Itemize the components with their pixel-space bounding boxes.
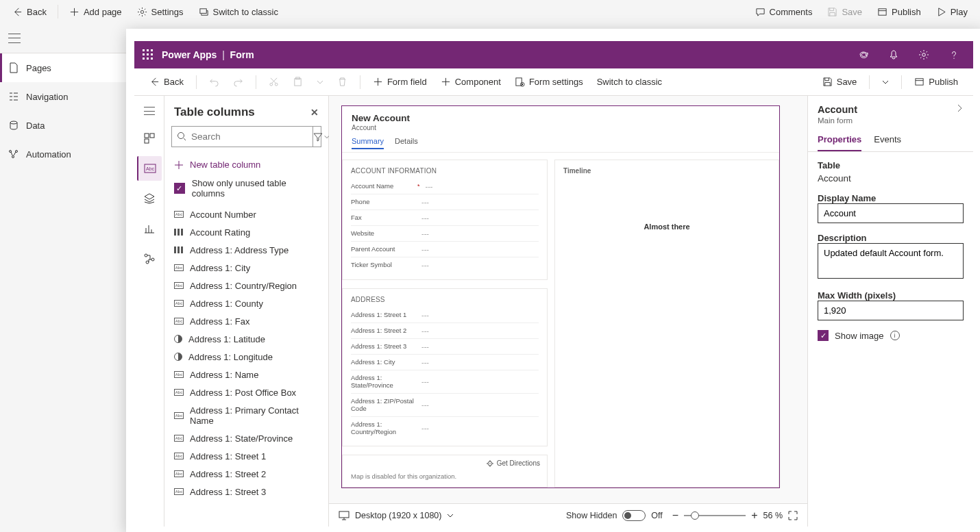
comments-button[interactable]: Comments (748, 4, 820, 20)
column-item[interactable]: AbcAddress 1: Name (164, 366, 328, 383)
column-item[interactable]: AbcAccount Number (164, 205, 328, 223)
settings-button[interactable]: Settings (130, 4, 191, 20)
column-item[interactable]: AbcAddress 1: City (164, 259, 328, 277)
display-name-input[interactable] (818, 203, 964, 223)
redo-button[interactable] (229, 74, 247, 90)
nav-navigation[interactable]: Navigation (0, 82, 126, 111)
form-field[interactable]: Account Name*--- (351, 179, 539, 194)
form-field[interactable]: Address 1: Street 3--- (351, 339, 539, 355)
properties-header: Account Main form (808, 96, 973, 130)
editor-back-button[interactable]: Back (145, 74, 188, 90)
form-field[interactable]: Address 1: Street 1--- (351, 307, 539, 323)
info-icon[interactable]: i (890, 331, 900, 340)
show-image-checkbox[interactable]: ✓ Show image i (818, 330, 964, 341)
tab-events[interactable]: Events (874, 130, 901, 151)
get-directions-button[interactable]: Get Directions (343, 458, 547, 468)
component-button[interactable]: Component (437, 74, 505, 90)
zoom-slider[interactable] (684, 515, 746, 516)
form-field[interactable]: Parent Account--- (351, 242, 539, 257)
settings-gear-icon[interactable] (913, 49, 935, 60)
section-account-info[interactable]: ACCOUNT INFORMATION Account Name*---Phon… (342, 160, 548, 280)
savings-icon[interactable] (853, 49, 874, 61)
form-field[interactable]: Address 1: ZIP/Postal Code--- (351, 394, 539, 417)
column-item[interactable]: Address 1: Address Type (164, 241, 328, 259)
form-field[interactable]: Address 1: Street 2--- (351, 323, 539, 339)
rail-hamburger[interactable] (144, 99, 155, 123)
form-field[interactable]: Fax--- (351, 210, 539, 226)
rail-business-rules[interactable] (137, 246, 162, 271)
form-field-button[interactable]: Form field (369, 74, 431, 90)
viewport-picker[interactable]: Desktop (1920 x 1080) (339, 511, 454, 520)
column-item[interactable]: Address 1: Longitude (164, 348, 328, 366)
zoom-out-button[interactable]: − (672, 509, 678, 522)
new-table-column-button[interactable]: New table column (171, 155, 321, 174)
column-item[interactable]: AbcAddress 1: Country/Region (164, 277, 328, 294)
zoom-in-button[interactable]: + (751, 509, 757, 522)
column-item[interactable]: AbcAddress 1: Street 1 (164, 447, 328, 465)
column-item[interactable]: AbcAddress 1: County (164, 294, 328, 312)
form-field[interactable]: Website--- (351, 226, 539, 242)
nav-pages[interactable]: Pages (0, 53, 126, 82)
show-only-unused-checkbox[interactable]: ✓ Show only unused table columns (171, 174, 321, 203)
description-textarea[interactable] (818, 243, 964, 279)
column-item[interactable]: AbcAddress 1: Fax (164, 312, 328, 330)
rail-table-columns[interactable]: Abc (137, 156, 162, 181)
tab-properties[interactable]: Properties (818, 130, 861, 151)
hamburger-icon[interactable] (8, 34, 21, 43)
form-field[interactable]: Address 1: State/Province--- (351, 370, 539, 394)
undo-button[interactable] (205, 74, 223, 90)
add-page-button[interactable]: Add page (62, 4, 129, 20)
help-icon[interactable] (943, 49, 965, 60)
rail-form-libraries[interactable] (137, 216, 162, 241)
form-tab-summary[interactable]: Summary (352, 137, 384, 149)
rail-tree[interactable] (137, 186, 162, 211)
play-button[interactable]: Play (929, 4, 975, 20)
delete-button[interactable] (333, 74, 352, 90)
editor-save-chevron[interactable] (878, 76, 893, 88)
svg-rect-12 (516, 78, 522, 86)
column-item[interactable]: AbcAddress 1: Street 2 (164, 465, 328, 483)
publish-button-outer[interactable]: Publish (870, 4, 928, 20)
collapse-icon[interactable] (955, 104, 964, 112)
form-settings-button[interactable]: Form settings (511, 74, 587, 90)
save-button-outer[interactable]: Save (820, 4, 869, 20)
filter-button[interactable] (313, 127, 330, 147)
close-icon[interactable]: ✕ (310, 107, 319, 118)
section-map[interactable]: Get Directions Map is disabled for this … (342, 455, 548, 487)
column-item[interactable]: Address 1: Latitude (164, 330, 328, 348)
paste-chevron[interactable] (313, 76, 328, 88)
cut-button[interactable] (265, 74, 283, 90)
column-item[interactable]: AbcAddress 1: State/Province (164, 429, 328, 447)
form-field[interactable]: Address 1: Country/Region--- (351, 417, 539, 440)
max-width-input[interactable] (818, 301, 964, 320)
form-preview[interactable]: New Account Account Summary Details ACCO… (341, 105, 780, 488)
paste-button[interactable] (289, 74, 307, 90)
toggle-switch[interactable] (622, 510, 646, 521)
table-columns-list[interactable]: AbcAccount NumberAccount RatingAddress 1… (164, 205, 328, 527)
column-item[interactable]: AbcAddress 1: Post Office Box (164, 383, 328, 401)
form-field[interactable]: Ticker Symbol--- (351, 257, 539, 273)
canvas-scroll[interactable]: New Account Account Summary Details ACCO… (329, 96, 807, 503)
form-field[interactable]: Address 1: City--- (351, 355, 539, 370)
switch-classic-button[interactable]: Switch to classic (593, 74, 666, 90)
waffle-icon[interactable] (143, 49, 154, 60)
bell-icon[interactable] (883, 49, 905, 60)
back-button[interactable]: Back (5, 4, 53, 20)
section-address[interactable]: ADDRESS Address 1: Street 1---Address 1:… (342, 288, 548, 446)
column-item[interactable]: AbcAddress 1: Primary Contact Name (164, 401, 328, 429)
column-item[interactable]: Account Rating (164, 223, 328, 241)
form-tab-details[interactable]: Details (395, 137, 418, 149)
timeline-section[interactable]: Timeline Almost there (554, 160, 779, 487)
column-item[interactable]: AbcAddress 1: Street 3 (164, 483, 328, 501)
search-input[interactable] (172, 127, 313, 147)
editor-command-bar: Back Form field Component (134, 68, 973, 96)
fit-icon[interactable] (788, 511, 798, 520)
editor-publish-button[interactable]: Publish (910, 74, 962, 90)
switch-to-classic-button[interactable]: Switch to classic (192, 4, 285, 20)
nav-automation[interactable]: Automation (0, 140, 126, 168)
nav-data[interactable]: Data (0, 111, 126, 140)
rail-components[interactable] (137, 126, 162, 151)
editor-save-button[interactable]: Save (818, 74, 861, 90)
show-hidden-toggle[interactable]: Show Hidden Off (566, 510, 663, 521)
form-field[interactable]: Phone--- (351, 194, 539, 210)
